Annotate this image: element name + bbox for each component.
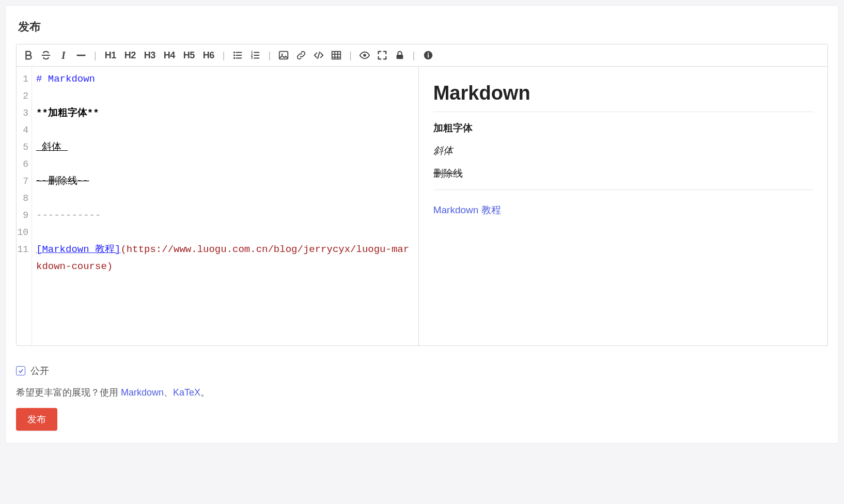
- svg-point-0: [233, 52, 235, 53]
- bold-button[interactable]: [22, 49, 35, 62]
- svg-rect-10: [396, 55, 403, 59]
- editor-toolbar: I | H1 H2 H3 H4 H5 H6 | 123 |: [17, 44, 827, 67]
- help-sep: 、: [164, 387, 173, 398]
- publish-button[interactable]: 发布: [16, 408, 57, 431]
- h4-button[interactable]: H4: [162, 49, 177, 62]
- source-line[interactable]: [36, 88, 414, 105]
- line-number: 7: [17, 173, 28, 190]
- line-number: 8: [17, 190, 28, 207]
- line-number: 5: [17, 139, 28, 156]
- toolbar-separator: |: [411, 50, 417, 61]
- public-checkbox[interactable]: [16, 366, 25, 375]
- svg-point-13: [427, 53, 428, 54]
- toolbar-separator: |: [92, 50, 99, 61]
- svg-point-1: [233, 54, 235, 56]
- preview-h1: Markdown: [433, 82, 813, 112]
- lock-button[interactable]: [393, 49, 407, 62]
- source-line[interactable]: -----------: [36, 207, 414, 224]
- line-number: 11: [17, 241, 28, 258]
- toolbar-separator: |: [347, 50, 354, 61]
- source-code[interactable]: # Markdown**加粗字体**_斜体_~~删除线~~-----------…: [32, 67, 418, 345]
- preview-strike: 删除线: [433, 167, 813, 180]
- source-line[interactable]: [36, 224, 414, 241]
- lock-icon: [394, 50, 405, 61]
- minus-icon: [75, 50, 87, 61]
- footer: 公开 希望更丰富的展现？使用 Markdown、KaTeX。 发布: [16, 365, 828, 431]
- svg-point-7: [282, 54, 283, 55]
- bold-icon: [23, 50, 34, 61]
- ul-button[interactable]: [231, 49, 244, 62]
- preview-bold: 加粗字体: [433, 121, 813, 135]
- svg-point-2: [233, 57, 235, 59]
- image-button[interactable]: [277, 49, 290, 62]
- source-pane[interactable]: 1234567891011 # Markdown**加粗字体**_斜体_~~删除…: [17, 67, 419, 345]
- source-line[interactable]: # Markdown: [36, 71, 414, 88]
- help-prefix: 希望更丰富的展现？使用: [16, 387, 121, 398]
- code-button[interactable]: [312, 49, 325, 62]
- source-line[interactable]: _斜体_: [36, 139, 414, 156]
- public-checkbox-row[interactable]: 公开: [16, 365, 828, 377]
- eye-icon: [359, 50, 370, 61]
- preview-link[interactable]: Markdown 教程: [433, 204, 501, 215]
- fullscreen-button[interactable]: [376, 49, 389, 62]
- line-number: 6: [17, 156, 28, 173]
- public-label: 公开: [30, 365, 49, 377]
- katex-link[interactable]: KaTeX: [173, 387, 200, 398]
- markdown-editor: I | H1 H2 H3 H4 H5 H6 | 123 |: [16, 44, 828, 346]
- info-button[interactable]: [421, 49, 435, 62]
- line-number: 1: [17, 71, 28, 88]
- editor-card: 发布 I | H1 H2 H3 H4 H5: [5, 5, 839, 444]
- source-line[interactable]: [Markdown 教程](https://www.luogu.com.cn/b…: [36, 241, 414, 275]
- svg-point-9: [363, 54, 366, 57]
- info-icon: [423, 50, 434, 61]
- link-icon: [295, 50, 307, 61]
- help-suffix: 。: [200, 387, 210, 398]
- table-button[interactable]: [330, 49, 343, 62]
- h5-button[interactable]: H5: [181, 49, 197, 62]
- help-text: 希望更丰富的展现？使用 Markdown、KaTeX。: [16, 386, 828, 399]
- source-line[interactable]: [36, 190, 414, 207]
- table-icon: [331, 50, 342, 61]
- preview-toggle-button[interactable]: [358, 49, 371, 62]
- link-button[interactable]: [294, 49, 308, 62]
- line-number: 9: [17, 207, 28, 224]
- line-number: 2: [17, 88, 28, 105]
- svg-rect-12: [428, 54, 429, 57]
- italic-button[interactable]: I: [57, 49, 70, 62]
- svg-text:3: 3: [251, 56, 253, 59]
- editor-split: 1234567891011 # Markdown**加粗字体**_斜体_~~删除…: [17, 67, 827, 345]
- fullscreen-icon: [377, 50, 388, 61]
- list-ul-icon: [232, 50, 243, 61]
- toolbar-separator: |: [266, 50, 273, 61]
- h1-button[interactable]: H1: [103, 49, 118, 62]
- code-icon: [313, 50, 324, 61]
- image-icon: [278, 50, 289, 61]
- line-number: 3: [17, 105, 28, 122]
- h2-button[interactable]: H2: [122, 49, 138, 62]
- toolbar-separator: |: [221, 50, 227, 61]
- line-number: 10: [17, 224, 28, 241]
- source-line[interactable]: **加粗字体**: [36, 105, 414, 122]
- line-numbers: 1234567891011: [17, 67, 32, 345]
- source-line[interactable]: [36, 122, 414, 139]
- line-number: 4: [17, 122, 28, 139]
- page-title: 发布: [18, 19, 828, 35]
- h6-button[interactable]: H6: [201, 49, 216, 62]
- hr-button[interactable]: [74, 49, 88, 62]
- list-ol-icon: 123: [249, 50, 261, 61]
- h3-button[interactable]: H3: [142, 49, 158, 62]
- source-line[interactable]: [36, 156, 414, 173]
- markdown-link[interactable]: Markdown: [121, 387, 164, 398]
- svg-rect-8: [332, 52, 341, 59]
- preview-pane: Markdown 加粗字体 斜体 删除线 Markdown 教程: [419, 67, 827, 345]
- strikethrough-button[interactable]: [39, 49, 53, 62]
- source-line[interactable]: ~~删除线~~: [36, 173, 414, 190]
- strikethrough-icon: [40, 50, 52, 61]
- ol-button[interactable]: 123: [248, 49, 262, 62]
- preview-italic: 斜体: [433, 144, 813, 158]
- check-icon: [18, 368, 24, 374]
- preview-hr: [433, 190, 813, 190]
